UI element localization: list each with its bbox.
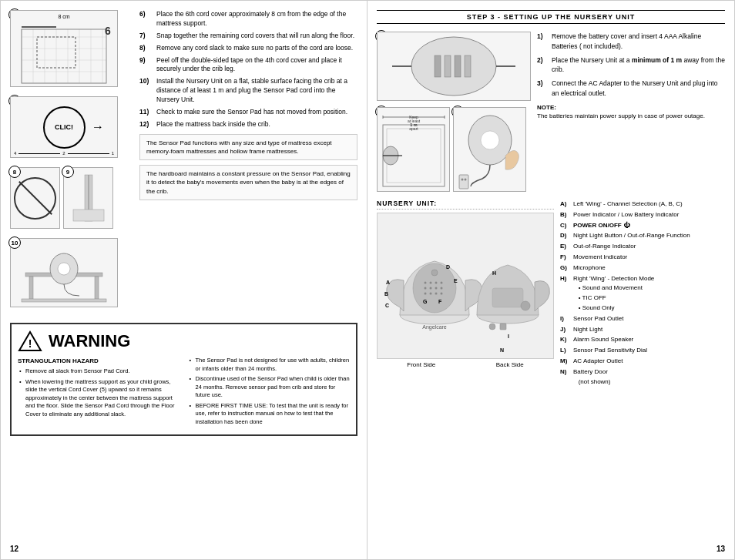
nursery-labels: A)Left 'Wing' - Channel Selection (A, B,… bbox=[560, 200, 725, 387]
right-instruction-item: 2)Place the Nursery Unit at a minimum of… bbox=[537, 55, 725, 75]
svg-point-76 bbox=[521, 301, 530, 310]
svg-text:C: C bbox=[385, 303, 389, 308]
svg-point-29 bbox=[411, 37, 496, 96]
front-back-labels: Front Side Back Side bbox=[377, 361, 554, 368]
note-right: NOTE: The batteries maintain power suppl… bbox=[537, 103, 725, 120]
label-letter: A) bbox=[560, 200, 571, 210]
label-text: Battery Door (not shown) bbox=[573, 367, 610, 387]
svg-text:G: G bbox=[423, 299, 428, 304]
nursery-label-item: A)Left 'Wing' - Channel Selection (A, B,… bbox=[560, 200, 725, 210]
svg-rect-75 bbox=[500, 324, 506, 330]
step1-diagram-container: 1 bbox=[377, 32, 531, 101]
svg-text:D: D bbox=[446, 264, 450, 270]
label-letter: M) bbox=[560, 357, 571, 367]
instruction-item: 8)Remove any cord slack to make sure no … bbox=[139, 44, 357, 53]
warning-bullets-right: The Sensor Pad is not designed for use w… bbox=[188, 357, 351, 426]
svg-point-61 bbox=[435, 292, 438, 294]
page-number-left: 12 bbox=[10, 545, 18, 553]
svg-text:6: 6 bbox=[105, 25, 111, 37]
right-page: STEP 3 - SETTING UP THE NURSERY UNIT 1 bbox=[368, 1, 734, 559]
svg-rect-30 bbox=[435, 55, 441, 77]
label-letter: D) bbox=[560, 231, 571, 241]
nursery-bottom: NURSERY UNIT: bbox=[377, 200, 725, 387]
svg-text:F: F bbox=[438, 299, 442, 304]
instr-text: Place the mattress back inside the crib. bbox=[156, 120, 270, 129]
warning-left-column: STRANGULATION HAZARD Remove all slack fr… bbox=[18, 357, 180, 428]
warning-header: ! WARNING bbox=[18, 330, 350, 352]
svg-point-48 bbox=[464, 178, 466, 180]
label-text: Microphone bbox=[573, 263, 606, 273]
diagram-7: CLIC! → 4 2 1 bbox=[10, 96, 118, 158]
instr-number: 8) bbox=[139, 44, 153, 53]
left-diagrams: 6 8 cm bbox=[10, 10, 133, 310]
nursery-label-item: J)Night Light bbox=[560, 325, 725, 335]
label-text: Night Light Button / Out-of-Range Functi… bbox=[573, 231, 690, 241]
instruction-list: 6)Place the 6th cord cover approximately… bbox=[139, 10, 357, 129]
nursery-label-item: C)POWER ON/OFF ⏻ bbox=[560, 221, 725, 231]
label-text: Night Light bbox=[573, 325, 602, 335]
instr-number: 6) bbox=[139, 10, 153, 29]
label-text: Sensor Pad Outlet bbox=[573, 314, 623, 324]
instruction-item: 10)Install the Nursery Unit on a flat, s… bbox=[139, 77, 357, 105]
svg-text:B: B bbox=[384, 291, 388, 297]
svg-rect-19 bbox=[73, 210, 104, 221]
instr-text: Check to make sure the Sensor Pad has no… bbox=[156, 108, 347, 117]
svg-rect-22 bbox=[29, 277, 33, 300]
label-letter: L) bbox=[560, 346, 571, 356]
warning-right-column: The Sensor Pad is not designed for use w… bbox=[188, 357, 351, 428]
instr-text: Place the 6th cord cover approximately 8… bbox=[156, 10, 357, 29]
svg-rect-23 bbox=[95, 277, 99, 300]
nursery-label-item: H)Right 'Wing' - Detection Mode • Sound … bbox=[560, 274, 725, 314]
instruction-item: 6)Place the 6th cord cover approximately… bbox=[139, 10, 357, 29]
label-letter: H) bbox=[560, 274, 571, 314]
diagram-6: 8 cm bbox=[10, 10, 118, 87]
dim-label: 8 cm bbox=[58, 14, 69, 19]
svg-rect-31 bbox=[445, 55, 451, 77]
svg-point-25 bbox=[58, 263, 70, 275]
right-instruction-list: 1)Remove the battery cover and insert 4 … bbox=[537, 32, 725, 99]
svg-text:N: N bbox=[500, 347, 504, 353]
nursery-label-item: K)Alarm Sound Speaker bbox=[560, 335, 725, 345]
svg-text:I: I bbox=[508, 334, 509, 339]
label-letter: K) bbox=[560, 335, 571, 345]
svg-point-59 bbox=[425, 292, 427, 294]
label-text: Alarm Sound Speaker bbox=[573, 335, 633, 345]
instr-number: 11) bbox=[139, 108, 153, 117]
label-letter: F) bbox=[560, 253, 571, 263]
svg-point-57 bbox=[435, 287, 438, 289]
right-instr-text: Place the Nursery Unit at a minimum of 1… bbox=[552, 55, 725, 75]
svg-text:apart: apart bbox=[409, 126, 418, 131]
step1-diagram bbox=[377, 32, 531, 101]
left-page: 6 8 cm bbox=[1, 1, 368, 559]
warning-bullet-item: Discontinue used of the Sensor Pad when … bbox=[188, 375, 351, 400]
svg-point-62 bbox=[441, 292, 443, 294]
warning-section: ! WARNING STRANGULATION HAZARD Remove al… bbox=[10, 323, 357, 436]
step3-diagram bbox=[453, 107, 526, 192]
label-letter: N) bbox=[560, 367, 571, 387]
warning-title: WARNING bbox=[49, 331, 130, 351]
label-text: AC Adapter Outlet bbox=[573, 357, 623, 367]
svg-rect-32 bbox=[455, 55, 461, 77]
right-instruction-item: 3)Connect the AC Adapter to the Nursery … bbox=[537, 79, 725, 99]
nursery-unit-image: Angelcare A B C D E F bbox=[377, 213, 554, 359]
warning-bullets-left: Remove all slack from Sensor Pad Cord.Wh… bbox=[18, 367, 180, 418]
instruction-item: 7)Snap together the remaining cord cover… bbox=[139, 32, 357, 41]
right-instruction-item: 1)Remove the battery cover and insert 4 … bbox=[537, 32, 725, 52]
note-2: The hardboard maintains a constant press… bbox=[139, 165, 357, 200]
diagram-10 bbox=[10, 238, 118, 307]
instr-number: 7) bbox=[139, 32, 153, 41]
front-label: Front Side bbox=[407, 361, 435, 368]
nursery-label-list: A)Left 'Wing' - Channel Selection (A, B,… bbox=[560, 200, 725, 387]
nursery-label-item: M)AC Adapter Outlet bbox=[560, 357, 725, 367]
warning-content: STRANGULATION HAZARD Remove all slack fr… bbox=[18, 357, 350, 428]
right-content: 1 bbox=[377, 32, 725, 192]
label-letter: B) bbox=[560, 210, 571, 220]
instr-text: Peel off the double-sided tape on the 4t… bbox=[156, 56, 357, 75]
svg-rect-46 bbox=[459, 175, 468, 189]
right-diagrams: 1 bbox=[377, 32, 531, 192]
warning-bullet-item: BEFORE FIRST TIME USE: To test that the … bbox=[188, 402, 351, 427]
clic-text: CLIC! bbox=[55, 123, 73, 131]
right-instr-number: 2) bbox=[537, 55, 549, 75]
warning-triangle-icon: ! bbox=[18, 330, 42, 352]
warning-bullet-item: The Sensor Pad is not designed for use w… bbox=[188, 357, 351, 373]
